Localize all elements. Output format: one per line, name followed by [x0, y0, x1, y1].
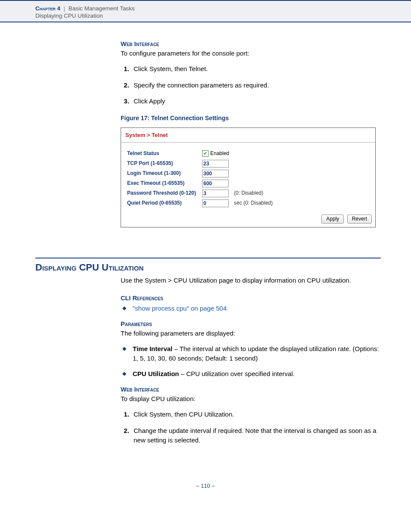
label-password-threshold: Password Threshold (0-120) [127, 190, 202, 197]
section-title: Displaying CPU Utilization [35, 262, 411, 273]
row-exec-timeout: Exec Timeout (1-65535) [127, 180, 371, 187]
checkbox-enabled[interactable]: ✔ [202, 150, 209, 157]
row-password-threshold: Password Threshold (0-120) (0: Disabled) [127, 190, 371, 197]
parameters-intro: The following parameters are displayed: [121, 329, 385, 338]
label-login-timeout: Login Timeout (1-300) [127, 170, 202, 177]
parameters-heading: Parameters [121, 320, 385, 329]
row-telnet-status: Telnet Status ✔ Enabled [127, 150, 371, 157]
chapter-label: Chapter 4 [35, 5, 60, 12]
step-item: Click Apply [131, 96, 385, 106]
step-item: Click System, then CPU Utilization. [131, 410, 385, 419]
section2-intro: Use the System > CPU Utilization page to… [121, 276, 385, 285]
param-item: Time Interval – The interval at which to… [122, 344, 385, 363]
apply-button[interactable]: Apply [321, 215, 344, 224]
telnet-settings-panel: System > Telnet Telnet Status ✔ Enabled … [121, 128, 376, 227]
hint-quiet-period: sec (0: Disabled) [234, 199, 273, 207]
hint-password-threshold: (0: Disabled) [234, 190, 263, 197]
input-quiet-period[interactable] [202, 199, 229, 207]
label-exec-timeout: Exec Timeout (1-65535) [127, 180, 202, 187]
web-steps-list: Click System, then CPU Utilization. Chan… [121, 410, 385, 445]
web-intro: To display CPU utilization: [121, 394, 385, 404]
chapter-title: Basic Management Tasks [68, 5, 135, 12]
label-quiet-period: Quiet Period (0-65535) [127, 199, 202, 207]
input-exec-timeout[interactable] [202, 180, 229, 187]
step-item: Click System, then Telnet. [131, 64, 385, 74]
input-tcp-port[interactable] [202, 160, 229, 168]
checkbox-label: Enabled [210, 150, 229, 157]
web-interface-heading-2: Web Interface [121, 385, 385, 394]
page-number: – 110 – [0, 482, 411, 489]
row-login-timeout: Login Timeout (1-300) [127, 170, 371, 177]
param-item: CPU Utilization – CPU utilization over s… [122, 369, 385, 379]
cli-link[interactable]: "show process cpu" on page 504 [133, 305, 227, 312]
cli-references-heading: CLI References [121, 294, 385, 303]
row-tcp-port: TCP Port (1-65535) [127, 160, 371, 168]
label-tcp-port: TCP Port (1-65535) [127, 160, 202, 167]
step-item: Specify the connection parameters as req… [131, 81, 385, 90]
param-desc: – CPU utilization over specified interva… [179, 370, 295, 377]
steps-list: Click System, then Telnet. Specify the c… [121, 64, 385, 106]
figure-caption: Figure 17: Telnet Connection Settings [121, 114, 385, 122]
breadcrumb: System > Telnet [121, 128, 375, 143]
param-name: CPU Utilization [133, 370, 179, 377]
input-password-threshold[interactable] [202, 190, 229, 197]
row-quiet-period: Quiet Period (0-65535) sec (0: Disabled) [127, 199, 371, 207]
header-subtitle: Displaying CPU Utilization [35, 12, 411, 19]
revert-button[interactable]: Revert [347, 215, 372, 224]
web-interface-heading: Web Interface [121, 40, 385, 49]
step-item: Change the update interval if required. … [131, 426, 385, 445]
intro-text: To configure parameters for the console … [121, 49, 385, 58]
page-header: Chapter 4 | Basic Management Tasks Displ… [0, 1, 411, 22]
cli-link-item: "show process cpu" on page 504 [122, 304, 385, 313]
param-name: Time Interval [133, 345, 172, 352]
label-telnet-status: Telnet Status [127, 150, 202, 157]
separator: | [64, 5, 65, 12]
input-login-timeout[interactable] [202, 170, 229, 177]
